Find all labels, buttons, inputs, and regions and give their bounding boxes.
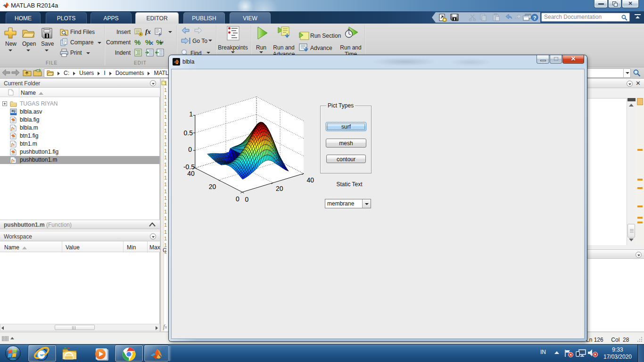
svg-text:20: 20 (209, 183, 216, 190)
svg-text:?: ? (533, 15, 537, 21)
svg-text:1: 1 (189, 110, 193, 118)
svg-text:40: 40 (306, 176, 314, 184)
svg-text:0: 0 (188, 146, 192, 153)
svg-text:fx: fx (11, 142, 15, 147)
svg-text:fx: fx (11, 126, 15, 131)
svg-text:40: 40 (187, 170, 195, 177)
svg-text:20: 20 (276, 185, 283, 192)
svg-text:fi: fi (159, 32, 161, 36)
svg-text:0: 0 (245, 196, 248, 203)
svg-text:0.5: 0.5 (184, 129, 193, 137)
svg-text:fx: fx (11, 158, 15, 163)
svg-text:0: 0 (236, 195, 239, 203)
